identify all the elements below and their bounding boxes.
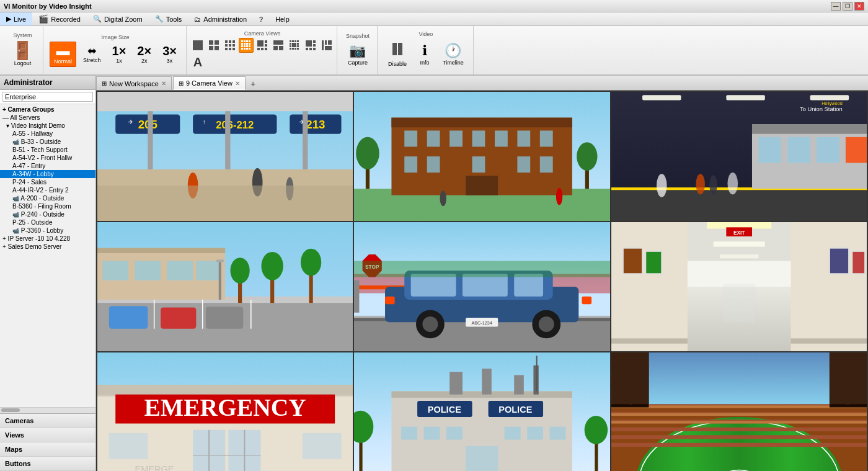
view-1plus5-button[interactable]: [255, 38, 270, 53]
svg-rect-223: [595, 440, 598, 471]
camera-b33-item[interactable]: 📹 B-33 - Outside: [0, 138, 95, 146]
tab-9-camera-view[interactable]: ⊞ 9 Camera View ✕: [173, 76, 246, 90]
camera-cell-8[interactable]: POLICE POLICE: [354, 352, 609, 471]
normal-button[interactable]: ▬ Normal: [50, 42, 76, 67]
2x-button[interactable]: 2× 2x: [133, 42, 156, 66]
camera-tree: + Camera Groups — All Servers ▾ Video In…: [0, 104, 95, 407]
camera-p3360-item[interactable]: 📹 P-3360 - Lobby: [0, 227, 95, 235]
sales-demo-item[interactable]: + Sales Demo Server: [0, 243, 95, 251]
1x-button[interactable]: 1× 1x: [108, 42, 131, 66]
camera-b5360-item[interactable]: B-5360 - Filing Room: [0, 202, 95, 210]
video-insight-demo-item[interactable]: ▾ Video Insight Demo: [0, 122, 95, 130]
menu-zoom[interactable]: 🔍 Digital Zoom: [87, 12, 149, 25]
camera-p24-item[interactable]: P-24 - Sales: [0, 178, 95, 186]
svg-point-101: [356, 137, 379, 169]
camera-cell-1[interactable]: 205 ✈ 206-212 ↑ 213 ✈: [97, 92, 353, 221]
view-2x2-button[interactable]: [206, 38, 221, 53]
view-text-button[interactable]: A: [190, 54, 205, 70]
capture-button[interactable]: 📷 Capture: [343, 40, 372, 68]
stretch-button[interactable]: ⬌ Stretch: [79, 43, 105, 66]
svg-text:POLICE: POLICE: [499, 405, 533, 415]
view-3x3-button[interactable]: [223, 38, 237, 53]
tab-views[interactable]: Views: [0, 428, 95, 442]
svg-rect-30: [257, 40, 264, 47]
view-1x1-button[interactable]: [190, 38, 205, 53]
camera-cell-5[interactable]: STOP: [354, 222, 609, 351]
search-input[interactable]: [2, 92, 93, 102]
svg-rect-36: [273, 40, 283, 45]
camera-groups-header[interactable]: + Camera Groups: [0, 105, 95, 114]
view-4x4-button[interactable]: [239, 38, 254, 53]
camera-cell-9[interactable]: [611, 352, 867, 471]
camera-a200-item[interactable]: 📹 A-200 - Outside: [0, 194, 95, 202]
tab-buttons[interactable]: Buttons: [0, 457, 95, 471]
svg-rect-11: [225, 48, 228, 50]
camera-a47-item[interactable]: A-47 - Entry: [0, 162, 95, 170]
camera-feed-7: EMERGENCY EMERGE: [97, 352, 353, 471]
disable-button[interactable]: Disable: [384, 38, 411, 70]
camera-grid: 205 ✈ 206-212 ↑ 213 ✈: [96, 91, 868, 471]
ip-server-item[interactable]: + IP Server -10 10 4.228: [0, 235, 95, 243]
menu-recorded[interactable]: 🎬 Recorded: [32, 12, 87, 25]
camera-p240-item[interactable]: 📹 P-240 - Outside: [0, 210, 95, 218]
camera-cell-3[interactable]: To Union Station Hollywood: [611, 92, 867, 221]
camera-a55-item[interactable]: A-55 - Hallway: [0, 130, 95, 138]
camera-cell-6[interactable]: EXIT: [611, 222, 867, 351]
tab-new-workspace[interactable]: ⊞ New Workspace ✕: [96, 76, 172, 90]
svg-text:ABC-1234: ABC-1234: [472, 321, 493, 326]
camera-cell-4[interactable]: [97, 222, 353, 351]
sidebar-scrollbar[interactable]: [0, 407, 95, 413]
tab-add-button[interactable]: +: [247, 78, 259, 90]
svg-rect-43: [290, 43, 291, 45]
timeline-button[interactable]: 🕐 Timeline: [438, 40, 468, 68]
svg-rect-215: [424, 427, 440, 440]
tab-maps[interactable]: Maps: [0, 442, 95, 457]
svg-point-105: [556, 188, 562, 205]
menu-tools[interactable]: 🔧 Tools: [149, 12, 188, 25]
view-r2b-button[interactable]: [287, 38, 302, 53]
restore-button[interactable]: ❐: [843, 2, 852, 11]
tab-new-workspace-close[interactable]: ✕: [161, 80, 166, 87]
svg-rect-33: [265, 48, 267, 50]
view-r2a-icon: [273, 40, 284, 51]
all-servers-item[interactable]: — All Servers: [0, 114, 95, 122]
svg-point-120: [657, 174, 667, 197]
svg-rect-56: [309, 48, 312, 50]
camera-a44-item[interactable]: A-44-IR-V2 - Entry 2: [0, 186, 95, 194]
menu-administration[interactable]: 🗂 Administration: [188, 12, 253, 25]
camera-cell-2[interactable]: [354, 92, 609, 221]
camera-cell-7[interactable]: EMERGENCY EMERGE: [97, 352, 353, 471]
svg-rect-178: [622, 248, 642, 274]
svg-rect-2: [215, 40, 219, 45]
recorded-icon: 🎬: [38, 14, 48, 24]
camera-p25-item[interactable]: P-25 - Outside: [0, 218, 95, 227]
view-r2c-button[interactable]: [303, 38, 318, 53]
svg-rect-92: [518, 130, 531, 146]
svg-rect-166: [582, 297, 592, 304]
menu-help-icon[interactable]: ?: [253, 12, 269, 25]
svg-rect-9: [229, 44, 231, 47]
tab-9camera-close[interactable]: ✕: [235, 80, 240, 87]
minimize-button[interactable]: —: [831, 2, 841, 11]
view-r2c-icon: [305, 40, 316, 51]
tab-cameras[interactable]: Cameras: [0, 414, 95, 428]
svg-text:✈: ✈: [128, 119, 133, 125]
camera-a34w-item[interactable]: A-34W - Lobby: [0, 170, 95, 178]
camera-b51-item[interactable]: B-51 - Tech Support: [0, 146, 95, 154]
3x-button[interactable]: 3× 3x: [158, 42, 181, 66]
sidebar-scroll-thumb[interactable]: [1, 408, 20, 412]
svg-rect-25: [249, 45, 250, 47]
logout-button[interactable]: 🚪 Logout: [7, 40, 38, 69]
svg-rect-236: [611, 436, 867, 439]
camera-a54-item[interactable]: A-54-V2 - Front Hallw: [0, 154, 95, 162]
svg-rect-159: [463, 274, 508, 296]
view-r2a-button[interactable]: [271, 38, 286, 53]
menu-help[interactable]: Help: [269, 12, 296, 25]
stretch-icon: ⬌: [87, 45, 97, 56]
close-button[interactable]: ✕: [854, 2, 864, 11]
svg-rect-186: [723, 284, 755, 322]
info-button[interactable]: ℹ Info: [414, 40, 436, 68]
view-r2d-button[interactable]: [319, 38, 334, 53]
svg-rect-198: [109, 433, 148, 459]
menu-live[interactable]: ▶ Live: [0, 12, 32, 25]
